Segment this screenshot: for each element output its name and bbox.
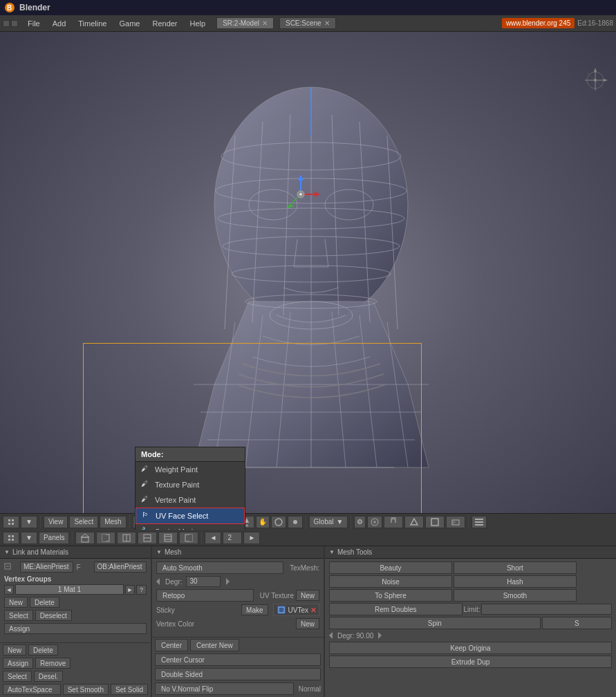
tab-sr2[interactable]: SR:2-Model ✕ [216, 17, 274, 29]
dot-btn[interactable] [288, 516, 303, 528]
desel-vg-btn[interactable]: Desel. [34, 671, 63, 682]
svg-rect-74 [8, 535, 10, 537]
panels-view4[interactable] [158, 532, 178, 544]
set-solid-btn[interactable]: Set Solid [111, 684, 148, 695]
toolbar-arrow-btn[interactable]: ▼ [21, 516, 37, 528]
delete-mat-btn[interactable]: Delete [30, 597, 59, 608]
circle-btn[interactable] [271, 516, 286, 528]
beauty-btn[interactable]: Beauty [329, 561, 452, 574]
retopo-btn[interactable]: Retopo [156, 589, 254, 602]
keep-orig-btn[interactable]: Keep Origina [329, 642, 612, 654]
noise-btn[interactable]: Noise [329, 575, 452, 588]
menu-game[interactable]: Game [113, 18, 145, 29]
center-btn[interactable]: Center [155, 639, 188, 651]
mode-weight-paint[interactable]: 🖌 Weight Paint [136, 462, 245, 477]
website-btn[interactable]: www.blender.org 245 [502, 18, 575, 28]
window-icon[interactable] [3, 20, 10, 27]
double-sided-btn[interactable]: Double Sided [155, 668, 321, 680]
select-dropdown[interactable]: Select [69, 516, 98, 528]
panels-view5[interactable] [179, 532, 198, 544]
navigation-gizmo[interactable] [581, 66, 609, 94]
menu-timeline[interactable]: Timeline [73, 18, 112, 29]
toolbar-grid-btn[interactable] [3, 516, 19, 528]
layers-btn[interactable] [472, 516, 487, 528]
select-vg-btn[interactable]: Select [3, 671, 32, 682]
rem-doubles-btn[interactable]: Rem Doubles [329, 603, 463, 615]
viewport[interactable]: Mode: 🖌 Weight Paint 🖌 Texture Paint 🖌 V… [0, 32, 616, 530]
prop-btn[interactable] [367, 516, 382, 528]
panels-grid[interactable] [3, 532, 19, 544]
panels-view2[interactable] [117, 532, 136, 544]
noise-hash-row: Noise Hash [329, 575, 612, 588]
assign-vg-btn[interactable]: Assign [3, 658, 33, 669]
hand-tool[interactable]: ✋ [256, 516, 270, 528]
no-v-normal-btn[interactable]: No V.Normal Flip [155, 682, 294, 695]
panels-view1[interactable] [96, 532, 115, 544]
remove-vg-btn[interactable]: Remove [35, 658, 71, 669]
new-vc-btn[interactable]: New [296, 618, 319, 629]
uv-tex-close[interactable]: ✕ [310, 606, 316, 614]
svg-rect-72 [475, 521, 483, 523]
tri-btn[interactable] [404, 516, 424, 528]
center-cursor-btn[interactable]: Center Cursor [155, 653, 321, 666]
camera-btn[interactable] [446, 516, 465, 528]
panels-toolbar: ▼ Panels ◄ 2 ► [0, 530, 616, 546]
s-btn[interactable]: S [542, 617, 612, 629]
select-mat-btn[interactable]: Select [4, 610, 33, 621]
auto-smooth-btn[interactable]: Auto Smooth [156, 561, 283, 574]
new-vg-btn[interactable]: New [3, 644, 26, 656]
assign-btn[interactable]: Assign [4, 623, 147, 634]
short-btn[interactable]: Short [454, 561, 577, 574]
me-field[interactable]: ME:AlienPriest [20, 561, 73, 573]
mat-prev[interactable]: ◄ [4, 585, 14, 595]
panels-home[interactable] [75, 532, 95, 544]
to-sphere-btn[interactable]: To Sphere [329, 589, 452, 602]
new-uv-btn[interactable]: New [296, 590, 319, 601]
menu-file[interactable]: File [22, 18, 46, 29]
zoom-btn[interactable] [11, 20, 18, 27]
menu-render[interactable]: Render [147, 18, 183, 29]
menu-help[interactable]: Help [185, 18, 212, 29]
mesh-dropdown[interactable]: Mesh [100, 516, 126, 528]
delete-vg-btn[interactable]: Delete [28, 644, 58, 656]
layer-next[interactable]: ► [243, 532, 260, 544]
transform-gizmo[interactable] [280, 174, 321, 215]
tab-sr2-close[interactable]: ✕ [262, 19, 268, 27]
make-sticky-btn[interactable]: Make [241, 604, 268, 615]
editor-label: Ed:16-1868 [577, 19, 613, 27]
smooth-btn[interactable]: Smooth [454, 589, 577, 602]
degr-field[interactable]: 30 [186, 576, 221, 587]
gear-btn[interactable]: ⚙ [354, 516, 366, 528]
tab-sce[interactable]: SCE:Scene ✕ [279, 17, 336, 29]
new-mat-btn[interactable]: New [4, 597, 28, 608]
mat-next[interactable]: ► [125, 585, 135, 595]
hash-btn[interactable]: Hash [454, 575, 577, 588]
mode-uv-face-select[interactable]: 🏳 UV Face Select [136, 508, 245, 524]
limit-field[interactable] [481, 604, 612, 615]
extrude-dup-btn[interactable]: Extrude Dup [329, 656, 612, 668]
global-dropdown[interactable]: Global ▼ [309, 516, 348, 528]
mode-sculpt[interactable]: 🔧 Sculpt Mode [136, 524, 245, 530]
view-dropdown[interactable]: View [44, 516, 68, 528]
mode-texture-paint[interactable]: 🖌 Texture Paint [136, 477, 245, 492]
spin-btn[interactable]: Spin [329, 617, 541, 629]
mode-dropdown-menu[interactable]: Mode: 🖌 Weight Paint 🖌 Texture Paint 🖌 V… [135, 447, 245, 530]
set-smooth-btn[interactable]: Set Smooth [63, 684, 109, 695]
mode-vertex-paint[interactable]: 🖌 Vertex Paint [136, 492, 245, 508]
center-new-btn[interactable]: Center New [190, 639, 239, 651]
panels-dropdown-arrow[interactable]: ▼ [21, 532, 37, 544]
square-btn[interactable] [425, 516, 445, 528]
panels-label-btn[interactable]: Panels [39, 532, 70, 544]
menu-right: www.blender.org 245 Ed:16-1868 [502, 18, 613, 28]
autotexspace-btn[interactable]: AutoTexSpace [3, 684, 61, 695]
deselect-mat-btn[interactable]: Deselect [35, 610, 72, 621]
panels-view3[interactable] [138, 532, 157, 544]
spin-row: Spin S [329, 617, 612, 629]
mat-q[interactable]: ? [136, 585, 147, 595]
ob-field[interactable]: OB:AlienPriest [94, 561, 147, 573]
menu-add[interactable]: Add [47, 18, 72, 29]
tab-sce-close[interactable]: ✕ [324, 19, 330, 27]
layer-prev[interactable]: ◄ [205, 532, 221, 544]
magnet-btn[interactable] [384, 516, 403, 528]
tab-sr2-label: SR:2-Model [223, 19, 259, 27]
